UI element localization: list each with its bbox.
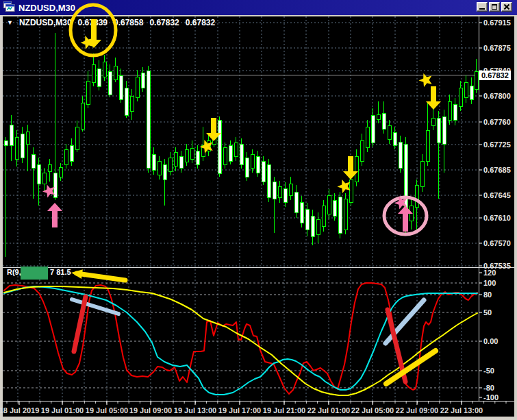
minimize-button[interactable] (477, 2, 488, 12)
close-button[interactable] (501, 2, 512, 12)
title-bar[interactable]: NZDUSD,M30 (0, 0, 517, 15)
maximize-button[interactable] (489, 2, 500, 12)
chart-window-icon (3, 1, 15, 14)
chart-area[interactable] (3, 16, 514, 417)
maximize-icon (492, 4, 497, 10)
window-title: NZDUSD,M30 (18, 3, 75, 13)
window-controls (477, 2, 512, 12)
chart-window: NZDUSD,M30 ▼ NZDUSD,M30 0.67839 0.67858 … (0, 0, 517, 420)
minimize-icon (479, 8, 485, 10)
close-icon (502, 3, 512, 11)
